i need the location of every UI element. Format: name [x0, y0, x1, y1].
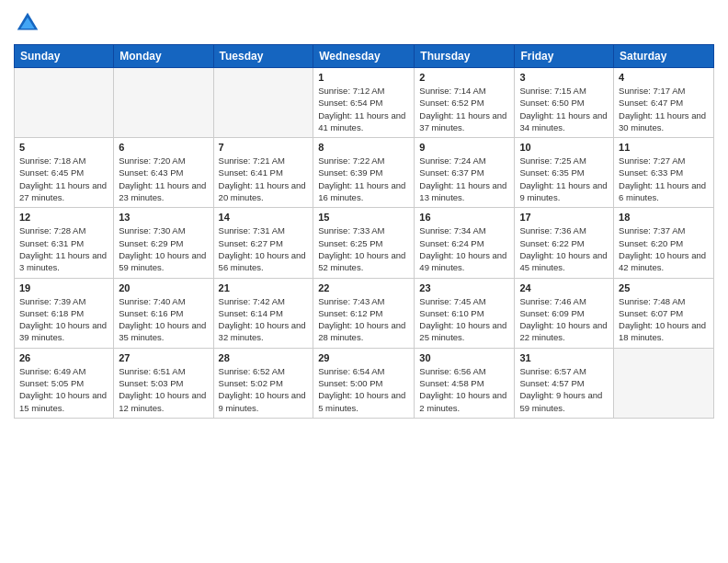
- logo-icon: [14, 9, 41, 37]
- calendar-day-cell: 15Sunrise: 7:33 AM Sunset: 6:25 PM Dayli…: [313, 208, 415, 278]
- day-info: Sunrise: 7:24 AM Sunset: 6:37 PM Dayligh…: [419, 155, 509, 203]
- calendar-day-cell: 16Sunrise: 7:34 AM Sunset: 6:24 PM Dayli…: [415, 208, 515, 278]
- day-number: 9: [419, 142, 509, 153]
- day-info: Sunrise: 7:46 AM Sunset: 6:09 PM Dayligh…: [519, 295, 609, 344]
- col-wednesday: Wednesday: [313, 45, 415, 68]
- calendar-day-cell: 12Sunrise: 7:28 AM Sunset: 6:31 PM Dayli…: [15, 208, 114, 278]
- calendar-day-cell: [15, 68, 114, 138]
- day-info: Sunrise: 7:48 AM Sunset: 6:07 PM Dayligh…: [619, 295, 709, 344]
- day-number: 10: [519, 142, 609, 153]
- calendar-week-row: 5Sunrise: 7:18 AM Sunset: 6:45 PM Daylig…: [15, 138, 714, 208]
- day-info: Sunrise: 7:42 AM Sunset: 6:14 PM Dayligh…: [219, 295, 309, 344]
- calendar-week-row: 19Sunrise: 7:39 AM Sunset: 6:18 PM Dayli…: [15, 278, 714, 348]
- calendar-day-cell: [614, 348, 714, 418]
- day-number: 24: [519, 282, 609, 293]
- day-number: 23: [419, 282, 509, 293]
- day-number: 27: [119, 352, 208, 363]
- calendar-day-cell: 2Sunrise: 7:14 AM Sunset: 6:52 PM Daylig…: [415, 68, 515, 138]
- calendar-day-cell: 9Sunrise: 7:24 AM Sunset: 6:37 PM Daylig…: [415, 138, 515, 208]
- calendar-day-cell: 19Sunrise: 7:39 AM Sunset: 6:18 PM Dayli…: [15, 278, 114, 348]
- day-info: Sunrise: 7:45 AM Sunset: 6:10 PM Dayligh…: [419, 295, 509, 344]
- day-info: Sunrise: 7:27 AM Sunset: 6:33 PM Dayligh…: [619, 155, 709, 203]
- calendar-day-cell: 21Sunrise: 7:42 AM Sunset: 6:14 PM Dayli…: [213, 278, 313, 348]
- col-sunday: Sunday: [15, 45, 114, 68]
- calendar-day-cell: 31Sunrise: 6:57 AM Sunset: 4:57 PM Dayli…: [515, 348, 614, 418]
- day-info: Sunrise: 6:57 AM Sunset: 4:57 PM Dayligh…: [519, 365, 609, 414]
- day-info: Sunrise: 7:39 AM Sunset: 6:18 PM Dayligh…: [19, 295, 108, 344]
- calendar-header-row: Sunday Monday Tuesday Wednesday Thursday…: [15, 45, 714, 68]
- day-number: 6: [119, 142, 208, 153]
- day-number: 25: [619, 282, 709, 293]
- day-info: Sunrise: 7:21 AM Sunset: 6:41 PM Dayligh…: [219, 155, 309, 203]
- calendar-day-cell: 3Sunrise: 7:15 AM Sunset: 6:50 PM Daylig…: [515, 68, 614, 138]
- day-info: Sunrise: 7:25 AM Sunset: 6:35 PM Dayligh…: [519, 155, 609, 203]
- calendar-day-cell: 22Sunrise: 7:43 AM Sunset: 6:12 PM Dayli…: [313, 278, 415, 348]
- day-number: 12: [19, 212, 108, 223]
- col-friday: Friday: [515, 45, 614, 68]
- day-number: 28: [219, 352, 309, 363]
- day-info: Sunrise: 7:33 AM Sunset: 6:25 PM Dayligh…: [318, 224, 409, 273]
- calendar-day-cell: 18Sunrise: 7:37 AM Sunset: 6:20 PM Dayli…: [614, 208, 714, 278]
- day-number: 7: [219, 142, 309, 153]
- day-info: Sunrise: 6:49 AM Sunset: 5:05 PM Dayligh…: [19, 365, 108, 414]
- day-info: Sunrise: 7:18 AM Sunset: 6:45 PM Dayligh…: [19, 155, 108, 203]
- day-number: 22: [318, 282, 409, 293]
- day-number: 20: [119, 282, 208, 293]
- day-number: 17: [519, 212, 609, 223]
- calendar-day-cell: 11Sunrise: 7:27 AM Sunset: 6:33 PM Dayli…: [614, 138, 714, 208]
- day-info: Sunrise: 7:14 AM Sunset: 6:52 PM Dayligh…: [419, 85, 509, 133]
- day-number: 29: [318, 352, 409, 363]
- day-info: Sunrise: 7:15 AM Sunset: 6:50 PM Dayligh…: [519, 85, 609, 133]
- calendar-day-cell: 7Sunrise: 7:21 AM Sunset: 6:41 PM Daylig…: [213, 138, 313, 208]
- calendar-day-cell: 29Sunrise: 6:54 AM Sunset: 5:00 PM Dayli…: [313, 348, 415, 418]
- calendar-week-row: 26Sunrise: 6:49 AM Sunset: 5:05 PM Dayli…: [15, 348, 714, 418]
- day-info: Sunrise: 6:56 AM Sunset: 4:58 PM Dayligh…: [419, 365, 509, 414]
- day-number: 13: [119, 212, 208, 223]
- col-tuesday: Tuesday: [213, 45, 313, 68]
- day-number: 15: [318, 212, 409, 223]
- calendar-day-cell: [213, 68, 313, 138]
- calendar-week-row: 12Sunrise: 7:28 AM Sunset: 6:31 PM Dayli…: [15, 208, 714, 278]
- calendar-day-cell: 14Sunrise: 7:31 AM Sunset: 6:27 PM Dayli…: [213, 208, 313, 278]
- day-info: Sunrise: 6:51 AM Sunset: 5:03 PM Dayligh…: [119, 365, 208, 414]
- day-number: 4: [619, 72, 709, 83]
- day-number: 31: [519, 352, 609, 363]
- calendar-day-cell: [114, 68, 213, 138]
- calendar-day-cell: 30Sunrise: 6:56 AM Sunset: 4:58 PM Dayli…: [415, 348, 515, 418]
- calendar-day-cell: 1Sunrise: 7:12 AM Sunset: 6:54 PM Daylig…: [313, 68, 415, 138]
- calendar-week-row: 1Sunrise: 7:12 AM Sunset: 6:54 PM Daylig…: [15, 68, 714, 138]
- header: [14, 9, 714, 37]
- calendar: Sunday Monday Tuesday Wednesday Thursday…: [14, 44, 714, 419]
- day-number: 16: [419, 212, 509, 223]
- calendar-day-cell: 23Sunrise: 7:45 AM Sunset: 6:10 PM Dayli…: [415, 278, 515, 348]
- day-number: 3: [519, 72, 609, 83]
- calendar-day-cell: 25Sunrise: 7:48 AM Sunset: 6:07 PM Dayli…: [614, 278, 714, 348]
- day-number: 2: [419, 72, 509, 83]
- day-info: Sunrise: 7:22 AM Sunset: 6:39 PM Dayligh…: [318, 155, 409, 203]
- day-info: Sunrise: 7:37 AM Sunset: 6:20 PM Dayligh…: [619, 224, 709, 273]
- calendar-day-cell: 17Sunrise: 7:36 AM Sunset: 6:22 PM Dayli…: [515, 208, 614, 278]
- day-number: 14: [219, 212, 309, 223]
- day-info: Sunrise: 7:17 AM Sunset: 6:47 PM Dayligh…: [619, 85, 709, 133]
- calendar-day-cell: 5Sunrise: 7:18 AM Sunset: 6:45 PM Daylig…: [15, 138, 114, 208]
- calendar-day-cell: 13Sunrise: 7:30 AM Sunset: 6:29 PM Dayli…: [114, 208, 213, 278]
- day-number: 18: [619, 212, 709, 223]
- calendar-day-cell: 4Sunrise: 7:17 AM Sunset: 6:47 PM Daylig…: [614, 68, 714, 138]
- day-number: 11: [619, 142, 709, 153]
- page: Sunday Monday Tuesday Wednesday Thursday…: [0, 0, 728, 563]
- day-info: Sunrise: 7:36 AM Sunset: 6:22 PM Dayligh…: [519, 224, 609, 273]
- logo: [14, 9, 45, 37]
- calendar-day-cell: 8Sunrise: 7:22 AM Sunset: 6:39 PM Daylig…: [313, 138, 415, 208]
- calendar-day-cell: 28Sunrise: 6:52 AM Sunset: 5:02 PM Dayli…: [213, 348, 313, 418]
- col-saturday: Saturday: [614, 45, 714, 68]
- day-info: Sunrise: 7:43 AM Sunset: 6:12 PM Dayligh…: [318, 295, 409, 344]
- day-info: Sunrise: 7:20 AM Sunset: 6:43 PM Dayligh…: [119, 155, 208, 203]
- day-number: 5: [19, 142, 108, 153]
- calendar-day-cell: 6Sunrise: 7:20 AM Sunset: 6:43 PM Daylig…: [114, 138, 213, 208]
- day-number: 30: [419, 352, 509, 363]
- day-number: 1: [318, 72, 409, 83]
- day-info: Sunrise: 7:31 AM Sunset: 6:27 PM Dayligh…: [219, 224, 309, 273]
- calendar-day-cell: 27Sunrise: 6:51 AM Sunset: 5:03 PM Dayli…: [114, 348, 213, 418]
- day-info: Sunrise: 7:12 AM Sunset: 6:54 PM Dayligh…: [318, 85, 409, 133]
- col-thursday: Thursday: [415, 45, 515, 68]
